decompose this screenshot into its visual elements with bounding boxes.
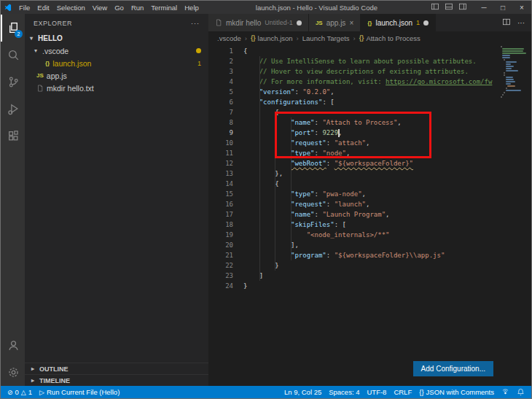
vscode-logo-icon [1,4,15,12]
activity-settings[interactable] [1,359,25,386]
code-line[interactable]: 3 // Hover to view descriptions of exist… [208,66,531,77]
tree-item-launch-json[interactable]: {} launch.json 1 [25,57,208,69]
menu-go[interactable]: Go [111,4,128,12]
code-line[interactable]: 5 "version": "0.2.0", [208,87,531,97]
code-line[interactable]: 16 "request": "launch", [208,199,531,209]
json-icon: {} [367,20,372,26]
activity-search[interactable] [1,42,25,69]
menu-terminal[interactable]: Terminal [147,4,181,12]
code-token: } [243,282,247,290]
code-text: "request": "launch", [233,199,369,209]
activity-explorer[interactable]: 2 [1,15,25,42]
minimap[interactable] [501,46,530,98]
breadcrumb-item[interactable]: launch.json [258,34,293,42]
minimap-line [506,83,512,85]
menu-run[interactable]: Run [128,4,147,12]
panel-label: TIMELINE [39,377,70,384]
line-number: 23 [208,271,233,281]
code-token: "version" [243,88,294,96]
toggle-secondary-sidebar-icon[interactable] [458,2,467,12]
breadcrumb: .vscode › {} launch.json › Launch Target… [208,31,531,44]
code-token: : [ [322,98,334,106]
more-actions-icon[interactable]: ··· [517,19,525,27]
cursor-position: Ln 9, Col 25 [284,388,321,396]
maximize-icon[interactable]: □ [493,4,512,12]
code-token: : [315,211,323,218]
json-icon: {} [45,60,50,66]
code-token: "${workspaceFolder}" [335,160,413,167]
code-line[interactable]: 6 "configurations": [ [208,97,531,107]
code-token: "<node_internals>/**" [243,231,389,239]
line-number: 5 [208,87,233,97]
code-text: "program": "${workspaceFolder}\\app.js" [233,250,445,260]
code-text: } [233,281,247,291]
code-line[interactable]: 19 "<node_internals>/**" [208,230,531,240]
tree-item-mkdir-txt[interactable]: mkdir hello.txt [25,82,208,94]
tab-label: app.js [326,19,346,27]
code-line[interactable]: 18 "skipFiles": [ [208,220,531,230]
tab-untitled[interactable]: mkdir hello Untitled-1 [208,14,309,31]
eol-status[interactable]: CRLF [390,386,415,398]
problems-badge: 1 [416,19,420,26]
cursor-position-status[interactable]: Ln 9, Col 25 [281,386,325,398]
language-mode-status[interactable]: {} JSON with Comments [415,386,498,398]
notifications-status[interactable] [513,386,528,398]
activity-source-control[interactable] [1,69,25,96]
sidebar-section-hello[interactable]: ▾ HELLO [25,32,208,44]
tab-description: Untitled-1 [265,19,293,26]
outline-panel-header[interactable]: ▸ OUTLINE [25,363,208,374]
menu-edit[interactable]: Edit [34,4,52,12]
dirty-indicator[interactable] [297,20,302,26]
code-token: "skipFiles" [243,221,335,228]
tab-launch-json[interactable]: {} launch.json 1 [361,14,436,31]
code-text: "<node_internals>/**" [233,230,389,240]
activity-accounts[interactable] [1,332,25,359]
add-configuration-button[interactable]: Add Configuration... [413,361,493,376]
code-line[interactable]: 22 } [208,260,531,271]
indentation-status[interactable]: Spaces: 4 [325,386,363,398]
tree-item-app-js[interactable]: JS app.js [25,69,208,82]
code-line[interactable]: 14 { [208,179,531,189]
code-line[interactable]: 17 "name": "Launch Program", [208,209,531,220]
code-line[interactable]: 1{ [208,46,531,56]
breadcrumb-item[interactable]: Attach to Process [366,34,420,42]
toggle-sidebar-icon[interactable] [431,2,439,12]
code-editor[interactable]: 1{2 // Use IntelliSense to learn about p… [208,44,531,386]
activity-run-debug[interactable] [1,96,25,123]
close-icon[interactable]: × [512,4,531,12]
code-line[interactable]: 12 "webRoot": "${workspaceFolder}" [208,158,531,168]
menu-view[interactable]: View [89,4,111,12]
timeline-panel-header[interactable]: ▸ TIMELINE [25,374,208,386]
breadcrumb-item[interactable]: Launch Targets [302,34,350,42]
split-editor-icon[interactable] [502,18,511,28]
problems-status[interactable]: ⊘ 0 △ 1 [4,386,36,398]
code-line[interactable]: 23 ] [208,271,531,281]
js-icon: JS [36,72,44,79]
dirty-indicator[interactable] [423,20,429,26]
code-line[interactable]: 13 }, [208,168,531,179]
line-number: 11 [208,148,233,158]
menu-selection[interactable]: Selection [53,4,89,12]
bell-icon [517,388,525,396]
menu-file[interactable]: File [15,4,34,12]
menu-help[interactable]: Help [181,4,203,12]
tab-app-js[interactable]: JS app.js × [309,14,361,31]
code-token: , [366,201,369,208]
broadcast-status[interactable] [498,386,513,398]
toggle-panel-icon[interactable] [445,2,453,12]
code-line[interactable]: 2 // Use IntelliSense to learn about pos… [208,56,531,66]
code-token: { [243,47,247,55]
code-line[interactable]: 21 "program": "${workspaceFolder}\\app.j… [208,250,531,260]
code-line[interactable]: 24} [208,281,531,291]
activity-extensions[interactable] [1,123,25,150]
close-tab-icon[interactable]: × [349,19,353,27]
code-line[interactable]: 20 ], [208,240,531,250]
code-line[interactable]: 4 // For more information, visit: https:… [208,77,531,87]
minimize-icon[interactable]: ─ [474,4,493,12]
run-status[interactable]: ▷ Run Current File (Hello) [36,386,123,398]
code-line[interactable]: 15 "type": "pwa-node", [208,189,531,199]
encoding-status[interactable]: UTF-8 [363,386,390,398]
tree-item-vscode-folder[interactable]: ▾ .vscode [25,44,208,57]
breadcrumb-item[interactable]: .vscode [217,34,241,42]
more-actions-icon[interactable]: ··· [191,20,200,27]
